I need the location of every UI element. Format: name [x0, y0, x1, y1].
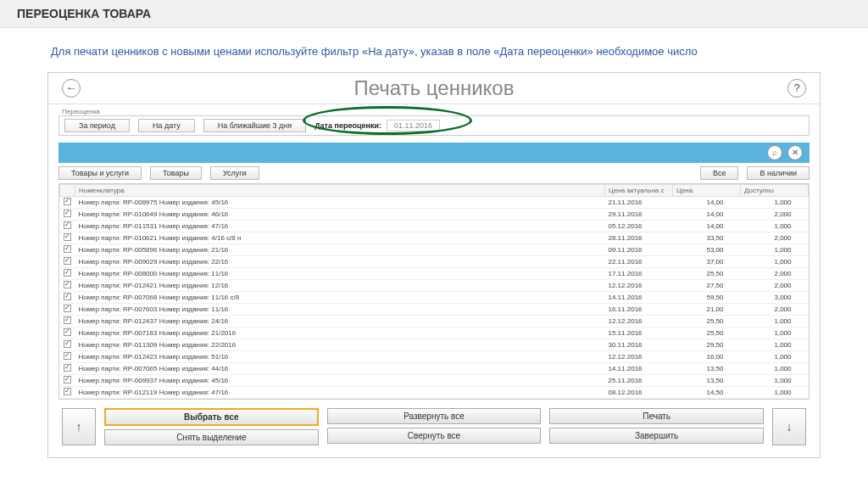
cell-price: 14,00 [673, 220, 741, 232]
tab-goods-services[interactable]: Товары и услуги [58, 166, 142, 180]
table-row[interactable]: Номер парти: RP-008000 Номер издания: 11… [60, 267, 809, 279]
cell-name: Номер парти: RP-012119 Номер издания: 47… [75, 386, 605, 398]
row-checkbox[interactable] [64, 388, 71, 395]
table-row[interactable]: Номер парти: RP-005896 Номер издания: 21… [60, 244, 809, 255]
expand-all-button[interactable]: Развернуть все [327, 408, 542, 424]
row-checkbox[interactable] [64, 305, 71, 312]
cell-date: 09.11.2016 [605, 244, 673, 255]
cell-name: Номер парти: RP-012421 Номер издания: 12… [75, 279, 605, 291]
table-row[interactable]: Номер парти: RP-008975 Номер издания: 45… [60, 196, 809, 208]
row-checkbox[interactable] [64, 328, 71, 336]
row-checkbox[interactable] [64, 340, 71, 348]
row-checkbox[interactable] [64, 293, 71, 300]
page-title: ПЕРЕОЦЕНКА ТОВАРА [17, 7, 851, 20]
cell-name: Номер парти: RP-011309 Номер издания: 22… [75, 339, 605, 350]
close-icon: ✕ [792, 148, 798, 157]
cell-name: Номер парти: RP-007603 Номер издания: 11… [75, 303, 605, 315]
row-checkbox[interactable] [64, 269, 71, 277]
cell-price: 14,50 [673, 386, 741, 398]
table-row[interactable]: Номер парти: RP-007183 Номер издания: 21… [60, 327, 809, 339]
cell-name: Номер парти: RP-010621 Номер издания: 4/… [75, 232, 605, 244]
table-row[interactable]: Номер парти: RP-012423 Номер издания: 51… [60, 350, 809, 362]
row-checkbox[interactable] [64, 210, 71, 217]
cell-name: Номер парти: RP-007183 Номер издания: 21… [75, 327, 605, 339]
tab-next3days[interactable]: На ближайшие 3 дня [203, 119, 306, 132]
cell-date: 22.11.2016 [605, 255, 673, 267]
scroll-up-button[interactable]: ↑ [62, 408, 96, 445]
cell-available: 1,000 [741, 255, 809, 267]
tab-all[interactable]: Все [700, 166, 739, 180]
col-name[interactable]: Номенклатура [75, 184, 605, 196]
table-row[interactable]: Номер парти: RP-012437 Номер издания: 24… [60, 315, 809, 327]
row-checkbox[interactable] [64, 198, 71, 205]
row-checkbox[interactable] [64, 257, 71, 265]
clear-button[interactable]: ✕ [787, 145, 803, 160]
scroll-down-button[interactable]: ↓ [772, 408, 806, 445]
col-price[interactable]: Цена [673, 184, 741, 196]
tab-in-stock[interactable]: В наличии [747, 166, 810, 180]
table-row[interactable]: Номер парти: RP-012421 Номер издания: 12… [60, 279, 809, 291]
cell-price: 53,00 [673, 244, 741, 255]
cell-available: 1,000 [741, 244, 809, 255]
search-button[interactable]: ⌕ [767, 145, 782, 160]
cell-price: 59,50 [673, 291, 741, 303]
tab-period[interactable]: За период [64, 119, 130, 132]
row-checkbox[interactable] [64, 221, 71, 229]
fieldset-legend: Переоценка [58, 108, 810, 115]
cell-price: 37,00 [673, 255, 741, 267]
table-row[interactable]: Номер парти: RP-011309 Номер издания: 22… [60, 339, 809, 350]
row-checkbox[interactable] [64, 233, 71, 241]
table-row[interactable]: Номер парти: RP-009029 Номер издания: 22… [60, 255, 809, 267]
table-row[interactable]: Номер парти: RP-007068 Номер издания: 11… [60, 291, 809, 303]
cell-name: Номер парти: RP-008975 Номер издания: 45… [75, 196, 605, 208]
table-row[interactable]: Номер парти: RP-007065 Номер издания: 44… [60, 362, 809, 374]
toolbar: ⌕ ✕ [58, 143, 810, 163]
table-row[interactable]: Номер парти: RP-011531 Номер издания: 47… [60, 220, 809, 232]
cell-date: 12.12.2016 [605, 315, 673, 327]
back-button[interactable]: ← [62, 79, 81, 98]
collapse-all-button[interactable]: Свернуть все [327, 428, 542, 444]
cell-price: 13,50 [673, 374, 741, 386]
cell-name: Номер парти: RP-007065 Номер издания: 44… [75, 362, 605, 374]
cell-name: Номер парти: RP-007068 Номер издания: 11… [75, 291, 605, 303]
cell-name: Номер парти: RP-009937 Номер издания: 45… [75, 374, 605, 386]
col-available[interactable]: Доступно [741, 184, 809, 196]
type-filter-tabs: Товары и услуги Товары Услуги Все В нали… [48, 165, 820, 182]
cell-date: 15.11.2016 [605, 327, 673, 339]
cell-price: 25,50 [673, 267, 741, 279]
row-checkbox[interactable] [64, 245, 71, 253]
deselect-button[interactable]: Снять выделение [104, 429, 319, 445]
cell-date: 16.11.2016 [605, 303, 673, 315]
row-checkbox[interactable] [64, 376, 71, 383]
cell-name: Номер парти: RP-012423 Номер издания: 51… [75, 350, 605, 362]
cell-name: Номер парти: RP-010649 Номер издания: 46… [75, 208, 605, 220]
help-button[interactable]: ? [787, 79, 806, 98]
print-button[interactable]: Печать [549, 408, 764, 424]
cell-available: 1,000 [741, 196, 809, 208]
table-row[interactable]: Номер парти: RP-012119 Номер издания: 47… [60, 386, 809, 398]
tab-date[interactable]: На дату [138, 119, 195, 132]
cell-available: 1,000 [741, 327, 809, 339]
finish-button[interactable]: Завершить [549, 428, 764, 444]
select-all-button[interactable]: Выбрать все [104, 408, 319, 426]
tab-services[interactable]: Услуги [210, 166, 259, 180]
table-row[interactable]: Номер парти: RP-009937 Номер издания: 45… [60, 374, 809, 386]
table-row[interactable]: Номер парти: RP-007603 Номер издания: 11… [60, 303, 809, 315]
col-date[interactable]: Цена актуальна с [605, 184, 673, 196]
row-checkbox[interactable] [64, 316, 71, 324]
row-checkbox[interactable] [64, 281, 71, 288]
cell-price: 25,50 [673, 327, 741, 339]
row-checkbox[interactable] [64, 352, 71, 360]
tab-goods[interactable]: Товары [150, 166, 202, 180]
cell-available: 2,000 [741, 232, 809, 244]
date-input[interactable]: 01.11.2016 [387, 120, 440, 132]
cell-date: 28.11.2016 [605, 232, 673, 244]
table-row[interactable]: Номер парти: RP-010649 Номер издания: 46… [60, 208, 809, 220]
cell-date: 21.11.2016 [605, 196, 673, 208]
cell-price: 21,00 [673, 303, 741, 315]
cell-date: 29.11.2016 [605, 208, 673, 220]
instruction-text: Для печати ценников с новыми ценами испо… [0, 28, 868, 72]
row-checkbox[interactable] [64, 364, 71, 372]
table-row[interactable]: Номер парти: RP-010621 Номер издания: 4/… [60, 232, 809, 244]
cell-available: 2,000 [741, 208, 809, 220]
